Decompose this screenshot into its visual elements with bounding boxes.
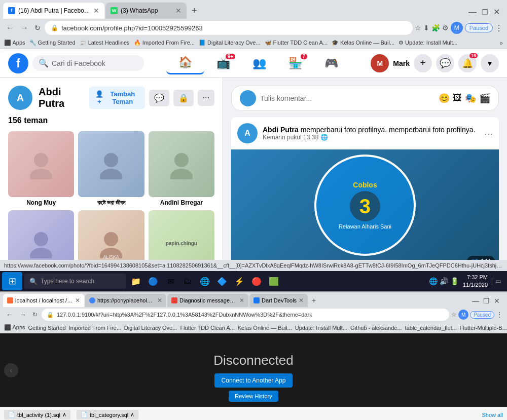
taskbar-app-green[interactable]: 🟩: [266, 273, 282, 289]
fb-nav-home[interactable]: 🏠: [166, 52, 204, 74]
fb-dropdown-btn[interactable]: ▼: [481, 54, 499, 72]
start-button[interactable]: ⊞: [2, 272, 22, 290]
new-tab-button-2[interactable]: +: [309, 295, 319, 306]
bookmark-imported[interactable]: 🔥 Imported From Fire...: [134, 40, 195, 46]
close-button-2[interactable]: ✕: [494, 297, 500, 305]
fb-notifications-btn[interactable]: 🔔 16: [458, 54, 477, 72]
extension-button-2[interactable]: ⚙: [442, 24, 449, 32]
tab-close-localhost[interactable]: ✕: [75, 297, 80, 304]
bm2-flutter2[interactable]: Flutter-Multiple-B...: [460, 325, 507, 331]
bookmark-flutter[interactable]: 🦋 Flutter TDD Clean A...: [265, 40, 328, 46]
gif-icon[interactable]: 🎬: [479, 93, 490, 104]
taskbar-app-chrome[interactable]: 🌐: [197, 273, 213, 289]
extension-button-1[interactable]: 🧩: [431, 24, 440, 32]
friend-card-4[interactable]: ALISKA Aliska Ramita Nuralsa: [78, 210, 144, 260]
profile-button[interactable]: M: [451, 22, 463, 34]
tab-close-devtools[interactable]: ✕: [299, 297, 304, 304]
bm2-table[interactable]: table_calendar_flut...: [405, 325, 457, 331]
friend-card-0[interactable]: Nong Muy: [8, 131, 74, 206]
minimize-button-1[interactable]: —: [468, 8, 477, 17]
bm2-getting-started[interactable]: Getting Started: [28, 325, 66, 331]
tab-close-facebook[interactable]: ✕: [93, 7, 99, 15]
bookmark-button[interactable]: ☆: [415, 24, 421, 32]
tab-close-diagnostic[interactable]: ✕: [239, 297, 244, 304]
fb-nav-groups[interactable]: 👥: [242, 53, 276, 74]
bm2-kelas[interactable]: Kelas Online — Buil...: [238, 325, 292, 331]
address-bar-1[interactable]: 🔒 facebook.com/profile.php?id=1000529255…: [45, 21, 413, 35]
tab-pony[interactable]: https://ponyplaceholder.typicolo... ✕: [85, 294, 166, 307]
fb-user-name[interactable]: Mark: [393, 59, 410, 67]
chevron-left-btn[interactable]: ‹: [4, 363, 18, 377]
comment-box[interactable]: Tulis komentar... 😊 🖼 🎭 🎬: [231, 86, 499, 111]
back-button-2[interactable]: ←: [4, 310, 15, 320]
forward-button[interactable]: →: [18, 22, 30, 33]
reload-button[interactable]: ↻: [32, 23, 43, 33]
review-history-button[interactable]: Review History: [229, 391, 278, 402]
taskbar-app-dart[interactable]: ⚡: [231, 273, 247, 289]
lock-button[interactable]: 🔒: [173, 90, 194, 106]
message-button[interactable]: 💬: [149, 90, 169, 106]
taskbar-volume-icon[interactable]: 🔊: [440, 277, 448, 285]
download-button[interactable]: ⬇: [423, 24, 429, 32]
taskbar-clock[interactable]: 7:32 PM 11/1/2020: [463, 274, 488, 289]
bookmark-apps[interactable]: ⬛ Apps: [4, 40, 25, 46]
new-tab-button[interactable]: +: [188, 4, 201, 18]
tab-close-whatsapp[interactable]: ✕: [175, 7, 182, 15]
show-all-btn[interactable]: Show all: [482, 412, 503, 418]
taskbar-app-vscode[interactable]: 🔷: [214, 273, 230, 289]
friend-card-5[interactable]: papin.chingu Tanaya Shopp Demak: [149, 210, 214, 260]
friend-card-2[interactable]: Andini Brregar: [149, 131, 214, 206]
taskbar-battery-icon[interactable]: 🔋: [450, 277, 459, 285]
fb-user-avatar[interactable]: M: [371, 54, 389, 72]
tab-localhost[interactable]: localhost / localhost / db_ajax... ✕: [3, 294, 84, 307]
tab-facebook[interactable]: f (16) Abdi Putra | Facebook ✕: [3, 3, 104, 19]
bm2-flutter[interactable]: Flutter TDD Clean A...: [180, 325, 234, 331]
emoji-icon[interactable]: 😊: [439, 93, 450, 104]
friend-card-1[interactable]: কষ্টে ভরা জীবন: [78, 131, 144, 206]
back-button[interactable]: ←: [4, 22, 16, 33]
taskbar-app-mail[interactable]: ✉: [162, 273, 178, 289]
tab-devtools[interactable]: Dart DevTools ✕: [249, 294, 308, 307]
taskbar-app-edge[interactable]: 🔵: [145, 273, 161, 289]
bookmark-btn-2[interactable]: ☆: [451, 311, 457, 318]
bm2-github[interactable]: Github - aleksande...: [350, 325, 402, 331]
more-button[interactable]: ···: [198, 90, 214, 106]
tab-whatsapp[interactable]: W (3) WhatsApp ✕: [105, 3, 187, 19]
file-item-1[interactable]: 📄 tbl_category.sql ∧: [77, 410, 138, 419]
taskbar-network-icon[interactable]: 🌐: [429, 277, 438, 285]
sticker-icon[interactable]: 🎭: [465, 93, 476, 104]
connect-button[interactable]: Connect to Another App: [214, 373, 293, 388]
post-author[interactable]: Abdi Putra: [263, 126, 299, 134]
taskbar-app-red[interactable]: 🔴: [248, 273, 265, 289]
profile-btn-2[interactable]: M: [458, 310, 468, 320]
bm2-imported[interactable]: Imported From Fire...: [69, 325, 121, 331]
fb-messenger-btn[interactable]: 💬: [436, 54, 454, 72]
friend-card-3[interactable]: Najmol Hossain: [8, 210, 74, 260]
menu-button-2[interactable]: ⋮: [496, 311, 503, 319]
menu-button[interactable]: ⋮: [495, 23, 503, 33]
bookmark-kelas[interactable]: 🎓 Kelas Online — Buil...: [332, 40, 394, 46]
bookmark-digital-literacy[interactable]: 📘 Digital Literacy Ove...: [199, 40, 261, 46]
bm2-digital[interactable]: Digital Literacy Ove...: [124, 325, 177, 331]
bm2-apps[interactable]: ⬛ Apps: [4, 324, 25, 331]
file-item-0[interactable]: 📄 tbl_activity (1).sql ∧: [4, 410, 70, 419]
fb-nav-watch[interactable]: 📺 9+: [206, 53, 240, 74]
tab-close-pony[interactable]: ✕: [157, 297, 162, 304]
forward-button-2[interactable]: →: [17, 310, 28, 320]
close-button-1[interactable]: ✕: [493, 7, 500, 17]
fb-add-btn[interactable]: +: [414, 54, 432, 72]
tab-diagnostic[interactable]: Diagnostic messages | Dart ✕: [167, 294, 248, 307]
restore-button-1[interactable]: ❐: [482, 8, 488, 16]
bookmark-update[interactable]: ⚙ Update: Install Mult...: [399, 40, 457, 46]
post-menu-btn[interactable]: ···: [484, 128, 493, 139]
bm2-update[interactable]: Update: Install Mult...: [295, 325, 347, 331]
taskbar-search[interactable]: 🔍 Type here to search: [24, 274, 126, 289]
fb-search-box[interactable]: 🔍 Cari di Facebook: [32, 55, 144, 71]
post-avatar[interactable]: A: [237, 123, 258, 143]
taskbar-app-files[interactable]: 🗂: [179, 273, 196, 289]
fb-nav-marketplace[interactable]: 🏪 7: [278, 53, 312, 74]
minimize-button-2[interactable]: —: [472, 297, 479, 305]
more-bookmarks-1[interactable]: »: [499, 40, 503, 47]
taskbar-app-explorer[interactable]: 📁: [128, 273, 144, 289]
taskbar-show-desktop[interactable]: ▭: [492, 278, 501, 285]
